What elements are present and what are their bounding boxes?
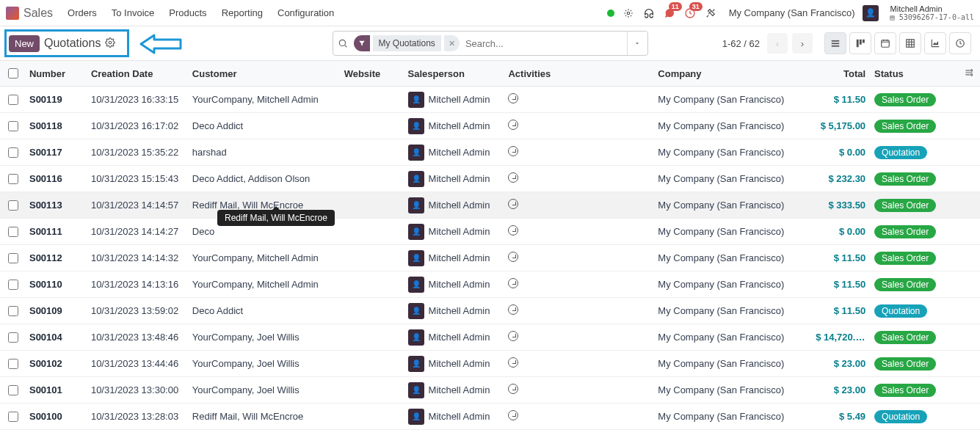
row-checkbox[interactable] bbox=[8, 385, 18, 395]
cell-company: My Company (San Francisco) bbox=[658, 332, 816, 343]
cell-number: S00112 bbox=[26, 252, 91, 263]
view-pivot-button[interactable] bbox=[899, 32, 921, 54]
row-checkbox[interactable] bbox=[8, 147, 18, 158]
table-row[interactable]: S0011310/31/2023 14:14:57Rediff Mail, Wi… bbox=[0, 192, 980, 219]
col-header-activities[interactable]: Activities bbox=[508, 68, 658, 79]
nav-products[interactable]: Products bbox=[169, 7, 206, 18]
nav-to-invoice[interactable]: To Invoice bbox=[112, 7, 155, 18]
messaging-icon[interactable]: 11 bbox=[663, 7, 676, 20]
cell-activities[interactable] bbox=[508, 357, 658, 370]
row-checkbox[interactable] bbox=[8, 95, 18, 105]
search-box[interactable]: My Quotations ✕ bbox=[333, 31, 648, 56]
cell-activities[interactable] bbox=[508, 252, 658, 264]
cell-activities[interactable] bbox=[508, 146, 658, 158]
table-row[interactable]: S0011210/31/2023 14:14:32YourCompany, Mi… bbox=[0, 245, 980, 271]
cell-activities[interactable] bbox=[508, 410, 658, 423]
filter-label: My Quotations bbox=[373, 35, 441, 51]
cell-salesperson: 👤Mitchell Admin bbox=[408, 382, 509, 398]
cell-customer: Deco Addict, Addison Olson bbox=[192, 173, 344, 184]
col-header-salesperson[interactable]: Salesperson bbox=[408, 68, 509, 79]
debug-icon[interactable] bbox=[622, 7, 635, 20]
search-input[interactable] bbox=[460, 38, 627, 49]
salesperson-avatar: 👤 bbox=[408, 329, 424, 346]
user-menu[interactable]: Mitchell Admin ▤ 53096267-17-0-all bbox=[890, 4, 974, 21]
search-options-toggle[interactable] bbox=[627, 32, 647, 55]
table-row[interactable]: S0011810/31/2023 16:17:02Deco Addict👤Mit… bbox=[0, 113, 980, 139]
view-kanban-button[interactable] bbox=[849, 32, 871, 54]
table-row[interactable]: S0010110/31/2023 13:30:00YourCompany, Jo… bbox=[0, 377, 980, 404]
pager-prev-button[interactable]: ‹ bbox=[767, 33, 788, 54]
col-header-number[interactable]: Number bbox=[26, 68, 91, 79]
row-checkbox[interactable] bbox=[8, 306, 18, 316]
company-selector[interactable]: My Company (San Francisco) bbox=[729, 7, 855, 18]
nav-reporting[interactable]: Reporting bbox=[222, 7, 263, 18]
cell-activities[interactable] bbox=[508, 304, 658, 317]
gear-icon[interactable] bbox=[105, 37, 115, 50]
app-name[interactable]: Sales bbox=[23, 7, 53, 20]
pager-next-button[interactable]: › bbox=[792, 33, 813, 54]
activities-icon[interactable]: 31 bbox=[683, 7, 697, 20]
row-checkbox[interactable] bbox=[8, 253, 18, 263]
row-checkbox[interactable] bbox=[8, 200, 18, 211]
cell-total: $ 0.00 bbox=[816, 226, 870, 237]
table-row[interactable]: S0011110/31/2023 14:14:27Deco👤Mitchell A… bbox=[0, 219, 980, 245]
nav-orders[interactable]: Orders bbox=[68, 7, 97, 18]
cell-number: S00119 bbox=[26, 94, 91, 105]
tools-icon[interactable] bbox=[704, 7, 717, 20]
cell-activities[interactable] bbox=[508, 93, 658, 106]
cell-customer: YourCompany, Joel Willis bbox=[192, 384, 344, 395]
cell-activities[interactable] bbox=[508, 172, 658, 185]
nav-configuration[interactable]: Configuration bbox=[277, 7, 334, 18]
table-row[interactable]: S0010210/31/2023 13:44:46YourCompany, Jo… bbox=[0, 351, 980, 377]
cell-activities[interactable] bbox=[508, 331, 658, 343]
table-row[interactable]: S0011710/31/2023 15:35:22harshad👤Mitchel… bbox=[0, 139, 980, 166]
filter-remove-icon[interactable]: ✕ bbox=[444, 35, 460, 51]
cell-salesperson: 👤Mitchell Admin bbox=[408, 145, 509, 161]
optional-columns-toggle[interactable] bbox=[958, 67, 980, 80]
row-checkbox[interactable] bbox=[8, 280, 18, 290]
table-row[interactable]: S0011010/31/2023 14:13:16YourCompany, Mi… bbox=[0, 271, 980, 298]
table-row[interactable]: S0010410/31/2023 13:48:46YourCompany, Jo… bbox=[0, 324, 980, 351]
cell-number: S00113 bbox=[26, 200, 91, 211]
cell-customer: YourCompany, Mitchell Admin bbox=[192, 94, 344, 105]
select-all-checkbox[interactable] bbox=[8, 68, 18, 79]
col-header-total[interactable]: Total bbox=[816, 68, 870, 79]
support-icon[interactable] bbox=[642, 7, 656, 20]
col-header-customer[interactable]: Customer bbox=[192, 68, 344, 79]
table-row[interactable]: S0011610/31/2023 15:15:43Deco Addict, Ad… bbox=[0, 166, 980, 192]
col-header-company[interactable]: Company bbox=[658, 68, 816, 79]
cell-activities[interactable] bbox=[508, 199, 658, 211]
row-checkbox[interactable] bbox=[8, 412, 18, 422]
view-activity-button[interactable] bbox=[949, 32, 971, 54]
cell-activities[interactable] bbox=[508, 278, 658, 291]
clock-icon bbox=[508, 252, 518, 262]
col-header-status[interactable]: Status bbox=[870, 68, 958, 79]
cell-activities[interactable] bbox=[508, 225, 658, 238]
row-checkbox[interactable] bbox=[8, 227, 18, 237]
table-row[interactable]: S0011910/31/2023 16:33:15YourCompany, Mi… bbox=[0, 87, 980, 113]
view-list-button[interactable] bbox=[824, 32, 846, 54]
row-checkbox[interactable] bbox=[8, 359, 18, 369]
filter-icon bbox=[354, 35, 370, 51]
user-avatar[interactable]: 👤 bbox=[863, 5, 879, 21]
table-row[interactable]: S0010910/31/2023 13:59:02Deco Addict👤Mit… bbox=[0, 298, 980, 324]
cell-company: My Company (San Francisco) bbox=[658, 120, 816, 131]
view-calendar-button[interactable] bbox=[874, 32, 896, 54]
new-button[interactable]: New bbox=[9, 35, 40, 52]
row-checkbox[interactable] bbox=[8, 332, 18, 343]
cell-activities[interactable] bbox=[508, 384, 658, 396]
col-header-date[interactable]: Creation Date bbox=[91, 68, 192, 79]
view-graph-button[interactable] bbox=[924, 32, 946, 54]
salesperson-avatar: 👤 bbox=[408, 409, 424, 425]
pager-label[interactable]: 1-62 / 62 bbox=[722, 38, 760, 49]
row-checkbox[interactable] bbox=[8, 174, 18, 184]
cell-status: Sales Order bbox=[870, 357, 958, 371]
top-navbar: Sales Orders To Invoice Products Reporti… bbox=[0, 0, 980, 26]
cell-salesperson: 👤Mitchell Admin bbox=[408, 303, 509, 319]
table-row[interactable]: S0010010/31/2023 13:28:03Rediff Mail, Wi… bbox=[0, 404, 980, 430]
row-checkbox[interactable] bbox=[8, 121, 18, 131]
table-body: Rediff Mail, Will McEncroe S0011910/31/2… bbox=[0, 87, 980, 430]
col-header-website[interactable]: Website bbox=[344, 68, 408, 79]
customer-tooltip: Rediff Mail, Will McEncroe bbox=[217, 210, 335, 226]
cell-activities[interactable] bbox=[508, 120, 658, 132]
